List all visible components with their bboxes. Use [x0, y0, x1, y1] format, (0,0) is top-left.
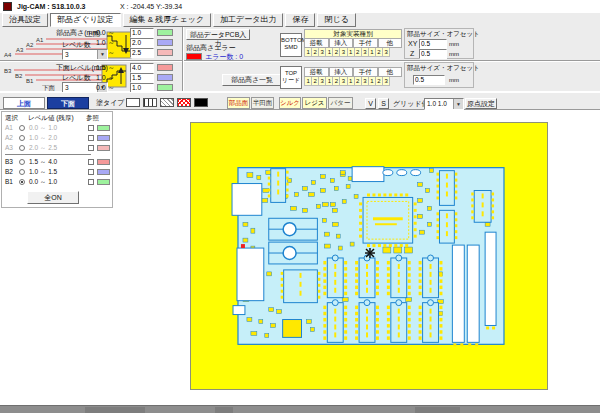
- origin-set-button[interactable]: 原点設定: [465, 98, 497, 109]
- category-groups: 搭載 挿入 手付 他: [304, 39, 402, 48]
- level-1-color-swatch: [157, 29, 173, 36]
- level-range: 1.0 ～ 1.5: [29, 168, 57, 177]
- layer-button-component-side[interactable]: 部品面: [227, 97, 250, 109]
- category-cells: 123123123123: [304, 77, 402, 86]
- cell[interactable]: 2: [333, 77, 340, 86]
- menu-tab-output[interactable]: 加工データ出力: [213, 13, 283, 27]
- part-data-input-button[interactable]: 部品データPCB入力: [186, 29, 250, 40]
- cell[interactable]: 1: [304, 48, 312, 57]
- reference-checkbox[interactable]: [88, 179, 94, 185]
- cell[interactable]: 1: [326, 77, 333, 86]
- view-s-button[interactable]: S: [378, 98, 389, 109]
- height-lower-2-input[interactable]: [130, 73, 154, 83]
- cell[interactable]: 3: [362, 77, 369, 86]
- section-divider: [0, 60, 600, 62]
- level-b3-label: B3: [4, 68, 12, 74]
- menu-tab-jig-settings[interactable]: 治具設定: [2, 13, 48, 27]
- cell[interactable]: 1: [348, 48, 355, 57]
- pcb-drawing[interactable]: [191, 123, 547, 389]
- fill-swatch-empty[interactable]: [126, 98, 140, 107]
- level-count-value: 3: [65, 51, 69, 58]
- menu-tab-counterbore-settings[interactable]: 部品ざぐり設定: [50, 13, 121, 27]
- cell[interactable]: 2: [355, 48, 362, 57]
- cell[interactable]: 1: [326, 48, 333, 57]
- fill-swatch-red-crosshatch[interactable]: [177, 98, 191, 107]
- z-offset-input[interactable]: [419, 49, 447, 59]
- size-offset-title: 部品サイズ・オフセット: [407, 64, 480, 72]
- level-b2-color-swatch: [157, 74, 173, 81]
- cell[interactable]: 3: [383, 48, 390, 57]
- layer-button-solder-side[interactable]: 半田面: [251, 97, 274, 109]
- reference-checkbox[interactable]: [88, 159, 94, 165]
- size-offset-title: 部品サイズ・オフセット: [407, 30, 480, 38]
- mount-category-table-top: 対象実装種別 搭載 挿入 手付 他 123123123123: [304, 29, 402, 57]
- level-radio-selected[interactable]: [19, 179, 25, 185]
- cell[interactable]: 2: [376, 77, 383, 86]
- tab-bottom-face[interactable]: 下面: [47, 97, 89, 109]
- level-radio[interactable]: [19, 169, 25, 175]
- group-hand: 手付: [353, 68, 378, 77]
- offset-input-bottom[interactable]: [413, 75, 445, 85]
- layer-button-resist[interactable]: レジスト: [302, 97, 327, 109]
- group-insert: 挿入: [329, 68, 354, 77]
- pcb-canvas[interactable]: [190, 122, 548, 390]
- height-upper-1-input[interactable]: [130, 28, 154, 38]
- cell[interactable]: 3: [319, 77, 326, 86]
- level-count-dropdown[interactable]: 3 ▼: [62, 49, 108, 60]
- app-icon: [3, 2, 12, 11]
- reference-checkbox[interactable]: [88, 169, 94, 175]
- menu-tab-close[interactable]: 閉じる: [317, 13, 355, 27]
- reference-checkbox[interactable]: [88, 145, 94, 151]
- grid-value-dropdown[interactable]: 1.0 1.0 ▼: [424, 98, 464, 110]
- reference-checkbox[interactable]: [88, 125, 94, 131]
- menu-tab-save[interactable]: 保存: [285, 13, 315, 27]
- level-radio[interactable]: [19, 135, 25, 141]
- side-line-1: BOTTOM: [281, 37, 301, 44]
- cell[interactable]: 1: [369, 48, 376, 57]
- fill-swatch-diagonal-hatch[interactable]: [160, 98, 174, 107]
- menu-tab-edit-thickness-check[interactable]: 編集 & 残厚チェック: [123, 13, 212, 27]
- header-select: 選択: [5, 114, 18, 123]
- range-from-label: 0.0 ～: [96, 29, 115, 37]
- settings-panel: A1 A2 A3 A4 上面 部品高さ(mm) 0.0 ～ 1.0 ～ 2.0 …: [0, 27, 600, 91]
- level-radio[interactable]: [19, 159, 25, 165]
- cell[interactable]: 2: [312, 48, 319, 57]
- level-2-color-swatch: [157, 39, 173, 46]
- fill-swatch-vertical-lines[interactable]: [143, 98, 157, 107]
- height-lower-1-input[interactable]: [130, 63, 154, 73]
- cell[interactable]: 2: [312, 77, 319, 86]
- tab-top-face[interactable]: 上面: [3, 97, 45, 109]
- level-range: 2.0 ～ 2.5: [29, 144, 57, 153]
- vertical-divider: [182, 27, 184, 91]
- cell[interactable]: 3: [340, 77, 347, 86]
- cell[interactable]: 1: [348, 77, 355, 86]
- level-id: A3: [5, 144, 13, 151]
- fill-swatch-solid[interactable]: [194, 98, 208, 107]
- cell[interactable]: 1: [369, 77, 376, 86]
- cell[interactable]: 2: [355, 77, 362, 86]
- reference-checkbox[interactable]: [88, 135, 94, 141]
- cell[interactable]: 1: [304, 77, 312, 86]
- cell[interactable]: 3: [319, 48, 326, 57]
- level-radio[interactable]: [19, 125, 25, 131]
- cell[interactable]: 3: [340, 48, 347, 57]
- xy-offset-input[interactable]: [419, 39, 447, 49]
- height-list-button[interactable]: 部品高さ一覧: [222, 74, 282, 86]
- level-a4-label: A4: [4, 52, 12, 58]
- group-mount: 搭載: [304, 68, 329, 77]
- layer-button-pattern[interactable]: パターン: [328, 97, 353, 109]
- height-upper-3-input[interactable]: [130, 48, 154, 58]
- height-upper-2-input[interactable]: [130, 38, 154, 48]
- level-radio[interactable]: [19, 145, 25, 151]
- all-on-button[interactable]: 全ON: [27, 191, 79, 204]
- view-v-button[interactable]: V: [365, 98, 376, 109]
- level-row-b3: B3 1.5 ～ 4.0: [2, 157, 112, 166]
- level-id: A2: [5, 134, 13, 141]
- cell[interactable]: 2: [376, 48, 383, 57]
- component-height-label: 部品高さ(mm): [56, 29, 101, 37]
- cell[interactable]: 3: [383, 77, 390, 86]
- cell[interactable]: 2: [333, 48, 340, 57]
- cell[interactable]: 3: [362, 48, 369, 57]
- level-3-color-swatch: [157, 49, 173, 56]
- layer-button-silk[interactable]: シルク: [279, 97, 301, 109]
